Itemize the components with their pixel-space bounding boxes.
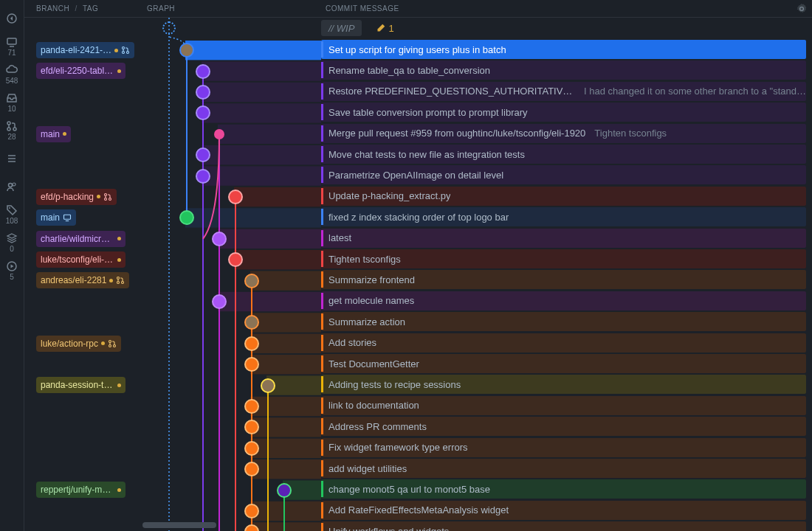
commit-row[interactable]: Rename table_qa to table_conversion — [321, 60, 806, 80]
svg-point-13 — [105, 198, 107, 200]
actions-icon[interactable]: 5 — [0, 257, 24, 285]
commit-node[interactable] — [244, 524, 259, 531]
commit-accent — [321, 335, 323, 351]
inbox-icon[interactable]: 10 — [0, 88, 24, 117]
commit-node[interactable] — [214, 129, 224, 139]
commit-node[interactable] — [228, 190, 243, 204]
svg-rect-28 — [202, 166, 321, 185]
commit-node[interactable] — [179, 43, 194, 58]
commit-node[interactable] — [212, 232, 227, 246]
commit-node[interactable] — [244, 274, 259, 288]
commit-row[interactable]: Set up script for giving users plus in b… — [321, 40, 806, 59]
commit-node[interactable] — [244, 441, 259, 456]
horizontal-scrollbar[interactable] — [142, 522, 216, 528]
commit-node[interactable] — [196, 169, 210, 184]
stash-icon[interactable]: 0 — [0, 229, 24, 257]
cloud-icon[interactable]: 548 — [0, 60, 24, 88]
commit-row[interactable]: Update p-hacking_extract.py — [321, 187, 806, 206]
commit-message: Fix widget framework type errors — [328, 442, 468, 453]
svg-point-20 — [109, 344, 111, 347]
branch-tag[interactable]: main — [36, 126, 71, 142]
branch-tag[interactable]: luke/action-rpc — [36, 336, 121, 352]
branch-tag[interactable]: charlie/wildmicro… — [36, 231, 125, 247]
wip-node[interactable] — [162, 21, 176, 35]
branch-tag[interactable]: panda-eli-2421-… — [36, 42, 134, 58]
pull-request-icon — [6, 120, 18, 132]
commit-row[interactable]: Parametrize OpenAIImage on detail level — [321, 165, 806, 184]
commit-row[interactable]: latest — [321, 229, 806, 248]
activity-bar: 71548102810805 — [0, 0, 24, 531]
wip-row[interactable]: // WIP 1 — [321, 19, 806, 37]
commit-node[interactable] — [244, 336, 259, 351]
pull-request-icon — [108, 339, 117, 348]
branch-dirty-dot — [117, 258, 121, 262]
commit-node[interactable] — [277, 483, 292, 498]
commit-message: Add RateFixedEffectsMetaAnalysis widget — [328, 504, 509, 516]
commit-row[interactable]: Test DocumentGetter — [321, 354, 806, 373]
commit-row[interactable]: Adding tests to recipe sessions — [321, 375, 806, 394]
commit-row[interactable]: get molecule names — [321, 291, 806, 310]
commit-row[interactable]: Add stories — [321, 333, 806, 353]
commit-message: Move chat tests to new file as integrati… — [328, 149, 525, 160]
commit-node[interactable] — [196, 148, 210, 162]
svg-rect-34 — [218, 292, 321, 311]
commit-node[interactable] — [196, 64, 210, 79]
commit-message: Add stories — [328, 337, 376, 348]
svg-point-9 — [123, 47, 125, 49]
team-icon[interactable] — [0, 173, 24, 201]
commit-row[interactable]: Summarize frontend — [321, 270, 806, 289]
commit-row[interactable]: Address PR comments — [321, 417, 806, 436]
branch-tag[interactable]: reppertj/unify-mo… — [36, 482, 125, 498]
tags-icon[interactable]: 108 — [0, 201, 24, 229]
commit-row[interactable]: fixed z index stacking order of top logo… — [321, 207, 806, 226]
commit-node[interactable] — [244, 399, 259, 414]
commit-row[interactable]: Add RateFixedEffectsMetaAnalysis widget — [321, 501, 806, 520]
branch-tag[interactable]: andreas/eli-2281 — [36, 272, 129, 288]
commit-node[interactable] — [244, 504, 259, 518]
commit-accent — [321, 104, 323, 120]
commit-node[interactable] — [196, 105, 210, 120]
commit-node[interactable] — [212, 294, 227, 309]
branch-tag[interactable]: efd/eli-2250-table… — [36, 63, 125, 79]
svg-rect-39 — [250, 397, 321, 416]
svg-rect-31 — [218, 229, 321, 249]
settings-button[interactable] — [791, 4, 812, 14]
commit-row[interactable]: Summarize action — [321, 312, 806, 331]
commit-row[interactable]: Restore PREDEFINED_QUESTIONS_AUTHORITATI… — [321, 82, 806, 101]
commit-node[interactable] — [244, 315, 259, 330]
commit-row[interactable]: Unify workflows and widgets — [321, 521, 806, 531]
branch-tag[interactable]: main — [36, 209, 76, 226]
commit-message: change monot5 qa url to monot5 base — [328, 484, 490, 495]
commit-node[interactable] — [261, 378, 275, 393]
commit-row[interactable]: Fix widget framework type errors — [321, 438, 806, 457]
commit-node[interactable] — [244, 462, 259, 476]
commit-node[interactable] — [179, 210, 194, 225]
commit-row[interactable]: Merge pull request #959 from oughtinc/lu… — [321, 124, 806, 143]
svg-point-19 — [109, 340, 111, 342]
svg-rect-33 — [250, 271, 321, 290]
branch-tag[interactable]: luke/tsconfig/eli-1… — [36, 251, 125, 268]
list-icon[interactable] — [0, 145, 24, 173]
commit-row[interactable]: Move chat tests to new file as integrati… — [321, 145, 806, 164]
commit-row[interactable]: Save table conversion prompt to prompt l… — [321, 103, 806, 122]
svg-rect-15 — [64, 215, 71, 219]
cloud-icon — [6, 64, 18, 76]
svg-rect-29 — [234, 187, 321, 206]
branch-label: panda-session-tests — [41, 380, 114, 390]
branch-tag[interactable]: panda-session-tests — [36, 377, 125, 393]
commit-row[interactable]: Tighten tsconfigs — [321, 249, 806, 268]
pull-request-icon — [121, 46, 130, 55]
pull-request-icon[interactable]: 28 — [0, 117, 24, 145]
commit-row[interactable]: change monot5 qa url to monot5 base — [321, 479, 806, 499]
branch-tag[interactable]: efd/p-hacking — [36, 189, 117, 205]
local-icon[interactable]: 71 — [0, 32, 24, 60]
branch-label: luke/action-rpc — [41, 339, 98, 349]
commit-node[interactable] — [196, 85, 210, 100]
commit-row[interactable]: link to documentation — [321, 396, 806, 415]
commit-node[interactable] — [244, 420, 259, 434]
commit-row[interactable]: add widget utilities — [321, 459, 806, 478]
commit-node[interactable] — [244, 357, 259, 372]
wip-edit[interactable]: 1 — [376, 23, 393, 34]
expand-icon[interactable] — [0, 4, 24, 32]
commit-node[interactable] — [228, 252, 243, 267]
